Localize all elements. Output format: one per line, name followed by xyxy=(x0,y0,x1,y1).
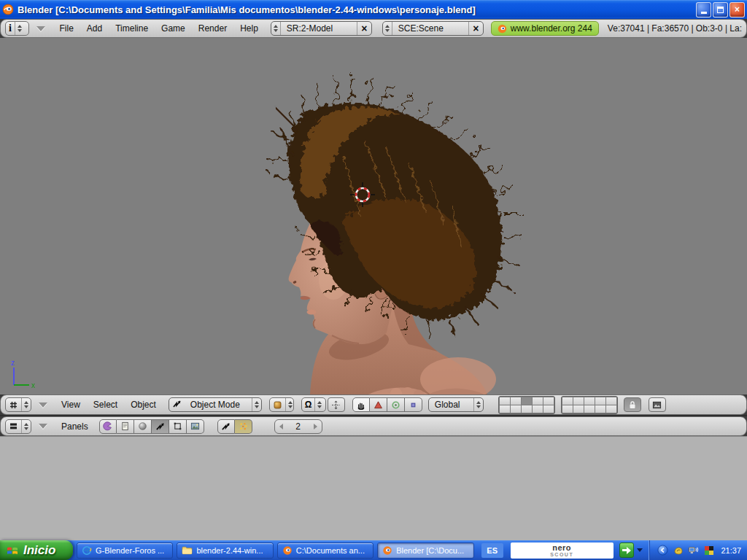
view3d-header: View Select Object Object Mode Ω xyxy=(0,394,747,415)
tray-icon-color-grid[interactable] xyxy=(703,545,715,556)
start-label: Inicio xyxy=(23,543,55,558)
screen-selector-value: SR:2-Model xyxy=(281,23,357,34)
menu-help[interactable]: Help xyxy=(233,23,265,34)
scale-icon xyxy=(409,400,418,410)
screen-selector[interactable]: SR:2-Model × xyxy=(271,21,372,36)
script-context-button[interactable] xyxy=(117,419,134,434)
task-button-folder[interactable]: blender-2.44-win... xyxy=(177,542,273,559)
task-button-ie[interactable]: G-Blender-Foros ... xyxy=(77,542,173,559)
tray-icon-network[interactable] xyxy=(688,545,700,556)
logic-icon xyxy=(103,421,112,431)
rotate-manipulator-button[interactable] xyxy=(387,397,405,412)
3d-viewport[interactable]: z x xyxy=(0,38,747,394)
taskbar-clock[interactable]: 21:37 xyxy=(721,546,742,555)
go-button[interactable] xyxy=(619,542,634,558)
blender-version-text: www.blender.org 244 xyxy=(511,23,592,34)
scene-stats: Ve:37041 | Fa:36570 | Ob:3-0 | La: xyxy=(608,23,742,34)
window-title: Blender [C:\Documents and Settings\Famil… xyxy=(18,4,694,15)
buttons-window-icon xyxy=(6,420,21,433)
task-button-explorer-blender[interactable]: C:\Documents an... xyxy=(277,542,374,559)
collapse-menus-icon[interactable] xyxy=(36,26,45,31)
close-button[interactable]: × xyxy=(729,2,745,18)
grid-icon xyxy=(6,398,21,411)
go-options-caret-icon[interactable] xyxy=(637,548,643,552)
logic-context-button[interactable] xyxy=(99,419,117,434)
menu-timeline[interactable]: Timeline xyxy=(109,23,155,34)
shading-icon xyxy=(138,421,147,431)
buttons-collapse-icon[interactable] xyxy=(39,424,47,429)
taskbar: Inicio G-Blender-Foros ... blender-2.44-… xyxy=(0,540,747,560)
task-label: blender-2.44-win... xyxy=(196,546,263,555)
language-indicator[interactable]: ES xyxy=(481,543,503,558)
hide-icons-button[interactable] xyxy=(657,545,669,556)
restore-button[interactable] xyxy=(713,2,728,18)
tray-icon-gold[interactable] xyxy=(673,545,684,556)
scene-context-button[interactable] xyxy=(187,419,204,434)
lock-icon xyxy=(628,400,637,409)
menu-add[interactable]: Add xyxy=(80,23,109,34)
axis-gizmo: z x xyxy=(11,359,35,389)
scene-icon xyxy=(190,421,200,431)
nero-scout-searchbox[interactable]: nero SCOUT xyxy=(511,542,614,559)
editing-context-button[interactable] xyxy=(169,419,187,434)
menu-view[interactable]: View xyxy=(55,400,87,410)
translate-manipulator-button[interactable] xyxy=(370,397,387,412)
move-centers-toggle[interactable] xyxy=(328,397,345,412)
frame-number-field[interactable]: 2 xyxy=(274,419,322,434)
panels-label[interactable]: Panels xyxy=(55,421,95,432)
image-icon xyxy=(652,400,662,410)
manipulator-toggle-button[interactable] xyxy=(352,397,370,412)
orientation-dropdown[interactable]: Global xyxy=(428,397,484,412)
object-mode-icon xyxy=(169,399,185,411)
shading-context-button[interactable] xyxy=(134,419,152,434)
frame-decrement-icon[interactable] xyxy=(279,424,283,429)
object-subcontext-icon xyxy=(221,421,231,431)
draw-type-dropdown[interactable] xyxy=(269,397,294,412)
mode-dropdown-value: Object Mode xyxy=(185,400,252,410)
mode-dropdown[interactable]: Object Mode xyxy=(169,397,262,412)
screen-delete-icon[interactable]: × xyxy=(357,22,371,35)
menu-file[interactable]: File xyxy=(53,23,80,34)
lock-layers-button[interactable] xyxy=(624,397,641,412)
window-type-button[interactable]: i xyxy=(5,21,29,36)
minimize-button[interactable] xyxy=(696,2,711,18)
object-context-button[interactable] xyxy=(152,419,169,434)
window-titlebar[interactable]: Blender [C:\Documents and Settings\Famil… xyxy=(0,0,747,19)
frame-value: 2 xyxy=(295,421,301,432)
task-label: G-Blender-Foros ... xyxy=(96,546,164,555)
layer-buttons-group-1[interactable] xyxy=(498,396,555,414)
menu-select[interactable]: Select xyxy=(87,400,124,410)
menu-object[interactable]: Object xyxy=(124,400,163,410)
system-tray: 21:37 xyxy=(650,540,747,560)
info-window-icon: i xyxy=(6,22,15,35)
scene-selector[interactable]: SCE:Scene × xyxy=(382,21,484,36)
view3d-collapse-icon[interactable] xyxy=(39,402,47,408)
buttons-window-type-button[interactable] xyxy=(5,419,31,434)
blender-task-icon xyxy=(382,545,392,556)
particles-subcontext-button[interactable] xyxy=(235,419,252,434)
start-button[interactable]: Inicio xyxy=(0,540,73,560)
layer-buttons-group-2[interactable] xyxy=(561,396,618,414)
active-layer[interactable] xyxy=(522,397,532,405)
scene-delete-icon[interactable]: × xyxy=(468,22,483,35)
scale-manipulator-button[interactable] xyxy=(405,397,422,412)
editing-icon xyxy=(173,421,182,431)
orientation-value: Global xyxy=(429,400,473,410)
task-button-blender-active[interactable]: Blender [C:\Docu... xyxy=(377,542,473,559)
object-subcontext-button[interactable] xyxy=(217,419,235,434)
menu-render[interactable]: Render xyxy=(192,23,233,34)
blender-task-icon xyxy=(282,545,293,556)
menu-game[interactable]: Game xyxy=(155,23,192,34)
model-hair xyxy=(267,77,524,340)
blender-logo-icon xyxy=(2,4,14,15)
render-preview-button[interactable] xyxy=(649,397,666,412)
blender-menubar-band: i File Add Timeline Game Render Help SR:… xyxy=(0,19,747,38)
scene-selector-value: SCE:Scene xyxy=(392,23,468,34)
hand-icon xyxy=(356,400,365,410)
nero-logo-text: nero xyxy=(552,544,571,552)
pivot-dropdown[interactable]: Ω xyxy=(301,397,326,412)
blender-version-badge[interactable]: www.blender.org 244 xyxy=(491,21,599,36)
frame-increment-icon[interactable] xyxy=(314,424,317,429)
view3d-window-type-button[interactable] xyxy=(5,397,31,412)
buttons-window-body[interactable] xyxy=(0,436,747,540)
